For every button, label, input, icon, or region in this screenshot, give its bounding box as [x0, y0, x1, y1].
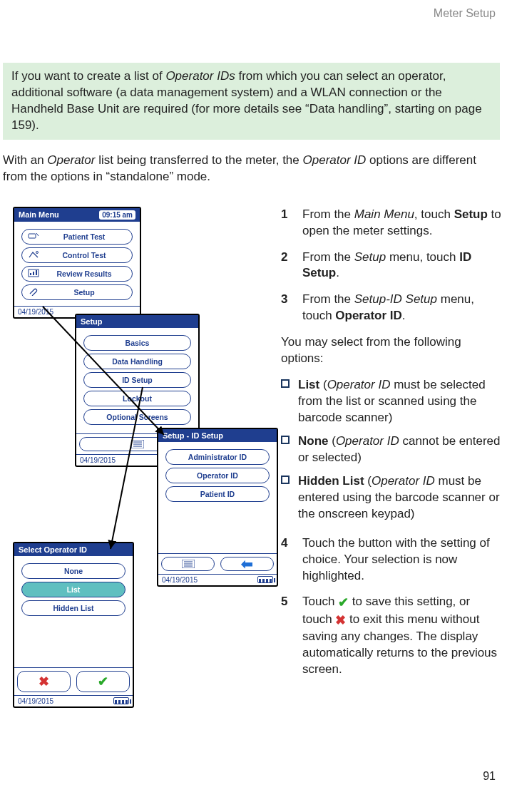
o3bold: Hidden List: [298, 474, 364, 488]
main-item-review-results-label: Review Results: [56, 269, 111, 278]
intro-i2: Operator ID: [303, 153, 367, 167]
step-2: 2 From the Setup menu, touch ID Setup.: [281, 250, 503, 282]
device-setup-title: Setup: [81, 317, 103, 326]
s2b: menu, touch: [386, 250, 459, 264]
device-select-title: Select Operator ID: [19, 545, 87, 554]
idsetup-item-patient-id[interactable]: Patient ID: [165, 486, 270, 502]
s5a: Touch: [302, 595, 338, 608]
step-4-number: 4: [281, 535, 294, 585]
o1i: Operator ID: [327, 378, 391, 391]
idsetup-item-operator-id-label: Operator ID: [197, 471, 238, 480]
intro-t1: With an: [3, 153, 47, 167]
o2i: Operator ID: [336, 434, 399, 448]
device-select-date: 04/19/2015: [18, 697, 53, 705]
cross-icon: ✖: [335, 613, 346, 627]
check-icon: ✔: [338, 595, 349, 610]
battery-icon: [113, 697, 129, 704]
select-cancel-button[interactable]: ✖: [17, 671, 71, 692]
svg-rect-6: [36, 270, 37, 275]
device-idsetup-title: Setup - ID Setup: [163, 431, 223, 440]
cross-icon: ✖: [39, 674, 49, 689]
select-item-hidden-list[interactable]: Hidden List: [21, 600, 126, 616]
intro-paragraph: With an Operator list being transferred …: [3, 153, 500, 185]
running-head: Meter Setup: [0, 7, 503, 20]
s3a: From the: [302, 292, 354, 306]
info-box: If you want to create a list of Operator…: [3, 63, 500, 140]
s1i: Main Menu: [354, 207, 414, 221]
main-item-setup-label: Setup: [73, 288, 94, 297]
s2a: From the: [302, 250, 354, 264]
device-main-date: 04/19/2015: [18, 308, 53, 316]
s4t: Touch the button with the setting of cho…: [302, 535, 503, 585]
step-3: 3 From the Setup-ID Setup menu, touch Op…: [281, 292, 503, 324]
intro-t2: list being transferred to the meter, the: [95, 153, 302, 167]
device-idsetup-date: 04/19/2015: [162, 576, 198, 584]
option-none: None (Operator ID cannot be entered or s…: [281, 433, 503, 466]
setup-item-basics-label: Basics: [126, 339, 150, 347]
svg-rect-0: [29, 234, 36, 238]
patient-icon: [28, 232, 39, 242]
list-icon: [131, 440, 144, 448]
step-2-number: 2: [281, 250, 294, 282]
idsetup-item-admin-id[interactable]: Administrator ID: [165, 449, 270, 465]
setup-item-lockout-label: Lockout: [123, 394, 152, 403]
info-text: If you want to create a list of: [11, 69, 165, 83]
svg-rect-5: [33, 272, 34, 275]
s1b: , touch: [414, 207, 454, 221]
option-hidden-list: Hidden List (Operator ID must be entered…: [281, 473, 503, 523]
idsetup-list-button[interactable]: [161, 557, 215, 571]
setup-item-basics[interactable]: Basics: [83, 335, 191, 351]
main-item-control-test-label: Control Test: [62, 251, 106, 259]
options-intro: You may select from the following option…: [281, 334, 503, 367]
setup-item-id-setup[interactable]: ID Setup: [83, 372, 191, 388]
s3bold: Operator ID: [335, 309, 402, 322]
select-item-none[interactable]: None: [21, 563, 126, 579]
setup-item-data-handling[interactable]: Data Handling: [83, 354, 191, 369]
step-3-number: 3: [281, 292, 294, 324]
setup-item-id-setup-label: ID Setup: [122, 376, 153, 384]
setup-item-optional-screens[interactable]: Optional Screens: [83, 409, 191, 425]
main-item-setup[interactable]: Setup: [21, 284, 133, 300]
page-number: 91: [0, 770, 503, 783]
main-item-control-test[interactable]: Control Test: [21, 247, 133, 263]
o1bold: List: [298, 378, 319, 391]
device-main-title: Main Menu: [19, 210, 59, 219]
o2a: (: [329, 434, 336, 448]
square-bullet-icon: [281, 436, 290, 444]
o3a: (: [364, 474, 372, 488]
idsetup-item-admin-id-label: Administrator ID: [188, 453, 247, 461]
main-item-patient-test[interactable]: Patient Test: [21, 229, 133, 245]
setup-item-data-handling-label: Data Handling: [112, 357, 163, 366]
svg-line-1: [36, 233, 39, 236]
idsetup-back-button[interactable]: ⬅: [220, 557, 274, 571]
s3i: Setup-ID Setup: [354, 292, 437, 306]
o2bold: None: [298, 434, 329, 448]
control-icon: [28, 250, 39, 260]
step-1-number: 1: [281, 207, 294, 240]
setup-item-lockout[interactable]: Lockout: [83, 391, 191, 406]
select-item-list[interactable]: List: [21, 582, 126, 597]
select-confirm-button[interactable]: ✔: [76, 671, 130, 692]
square-bullet-icon: [281, 379, 290, 388]
setup-wrench-icon: [28, 287, 39, 297]
step-5-number: 5: [281, 594, 294, 677]
s1bold: Setup: [454, 207, 488, 221]
step-5: 5 Touch ✔ to save this setting, or touch…: [281, 594, 503, 677]
main-item-patient-test-label: Patient Test: [63, 232, 106, 241]
idsetup-item-operator-id[interactable]: Operator ID: [165, 468, 270, 483]
device-illustrations: Main Menu 09:15 am Patient Test C: [0, 207, 271, 763]
option-list: List (Operator ID must be selected from …: [281, 377, 503, 426]
battery-icon: [257, 576, 273, 583]
device-main-time: 09:15 am: [99, 210, 135, 220]
device-id-setup: Setup - ID Setup Administrator ID Operat…: [157, 428, 278, 587]
o1a: (: [319, 378, 327, 391]
s2i: Setup: [354, 250, 386, 264]
square-bullet-icon: [281, 476, 290, 484]
instructions: 1 From the Main Menu, touch Setup to ope…: [281, 207, 503, 763]
main-item-review-results[interactable]: Review Results: [21, 266, 133, 282]
s3c: .: [402, 309, 406, 322]
svg-rect-4: [30, 273, 31, 275]
o3i: Operator ID: [372, 474, 435, 488]
device-setup-date: 04/19/2015: [80, 456, 116, 464]
review-icon: [28, 269, 39, 279]
